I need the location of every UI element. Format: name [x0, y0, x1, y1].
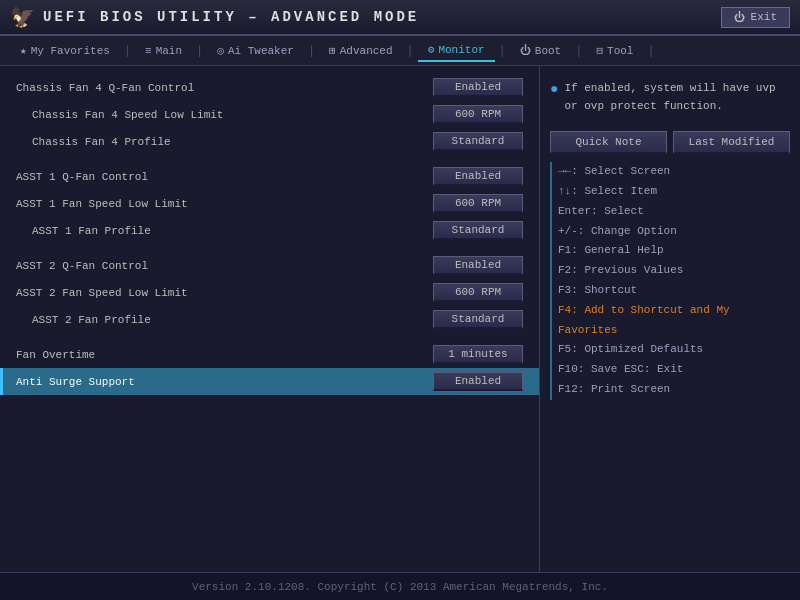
footer-text: Version 2.10.1208. Copyright (C) 2013 Am… — [192, 581, 608, 593]
chassis-fan4-profile-row[interactable]: Chassis Fan 4 Profile Standard — [0, 128, 539, 155]
hotkey-f3: F3: Shortcut — [558, 281, 790, 301]
nav-item-advanced[interactable]: ⊞ Advanced — [319, 40, 402, 61]
asst1-control-btn[interactable]: Enabled — [433, 167, 523, 186]
fan-overtime-row[interactable]: Fan Overtime 1 minutes — [0, 341, 539, 368]
info-box: ● If enabled, system will have uvp or ov… — [550, 76, 790, 119]
menu-icon: ≡ — [145, 45, 152, 57]
header: 🦅 UEFI BIOS UTILITY – ADVANCED MODE ⏻ Ex… — [0, 0, 800, 36]
info-dot-icon: ● — [550, 78, 558, 115]
anti-surge-label: Anti Surge Support — [16, 376, 433, 388]
hotkeys-list: →←: Select Screen ↑↓: Select Item Enter:… — [558, 162, 790, 400]
main-content: Chassis Fan 4 Q-Fan Control Enabled Chas… — [0, 66, 800, 572]
asst1-control-row[interactable]: ASST 1 Q-Fan Control Enabled — [0, 163, 539, 190]
asst1-speed-row[interactable]: ASST 1 Fan Speed Low Limit 600 RPM — [0, 190, 539, 217]
chassis-fan4-control-label: Chassis Fan 4 Q-Fan Control — [16, 82, 433, 94]
left-panel: Chassis Fan 4 Q-Fan Control Enabled Chas… — [0, 66, 540, 572]
boot-icon: ⏻ — [520, 44, 531, 57]
asst2-speed-row[interactable]: ASST 2 Fan Speed Low Limit 600 RPM — [0, 279, 539, 306]
asst2-profile-row[interactable]: ASST 2 Fan Profile Standard — [0, 306, 539, 333]
info-text: If enabled, system will have uvp or ovp … — [564, 80, 790, 115]
hotkey-f1: F1: General Help — [558, 241, 790, 261]
asst1-speed-btn[interactable]: 600 RPM — [433, 194, 523, 213]
quick-buttons: Quick Note Last Modified — [550, 131, 790, 154]
header-title: UEFI BIOS UTILITY – ADVANCED MODE — [43, 9, 419, 25]
hotkey-arrows: →←: Select Screen — [558, 162, 790, 182]
anti-surge-row[interactable]: Anti Surge Support Enabled — [0, 368, 539, 395]
hotkey-f5: F5: Optimized Defaults — [558, 340, 790, 360]
exit-label: Exit — [751, 11, 777, 23]
divider-2 — [0, 244, 539, 252]
divider-3 — [0, 333, 539, 341]
asst2-control-row[interactable]: ASST 2 Q-Fan Control Enabled — [0, 252, 539, 279]
fan-overtime-btn[interactable]: 1 minutes — [433, 345, 523, 364]
last-modified-button[interactable]: Last Modified — [673, 131, 790, 154]
monitor-icon: ⚙ — [428, 43, 435, 56]
chassis-fan4-speed-btn[interactable]: 600 RPM — [433, 105, 523, 124]
logo: 🦅 UEFI BIOS UTILITY – ADVANCED MODE — [10, 5, 419, 30]
chassis-fan4-speed-row[interactable]: Chassis Fan 4 Speed Low Limit 600 RPM — [0, 101, 539, 128]
nav-item-monitor[interactable]: ⚙ Monitor — [418, 39, 495, 62]
asst1-profile-label: ASST 1 Fan Profile — [16, 225, 433, 237]
logo-icon: 🦅 — [10, 5, 35, 30]
nav-item-main[interactable]: ≡ Main — [135, 41, 192, 61]
hotkey-enter: Enter: Select — [558, 202, 790, 222]
hotkey-plusminus: +/-: Change Option — [558, 222, 790, 242]
nav-bar: ★ My Favorites | ≡ Main | ◎ Ai Tweaker |… — [0, 36, 800, 66]
chassis-fan4-control-btn[interactable]: Enabled — [433, 78, 523, 97]
chassis-fan4-profile-btn[interactable]: Standard — [433, 132, 523, 151]
exit-button[interactable]: ⏻ Exit — [721, 7, 790, 28]
asst1-control-label: ASST 1 Q-Fan Control — [16, 171, 433, 183]
nav-item-tool[interactable]: ⊟ Tool — [586, 40, 643, 61]
footer: Version 2.10.1208. Copyright (C) 2013 Am… — [0, 572, 800, 600]
fan-overtime-label: Fan Overtime — [16, 349, 433, 361]
anti-surge-btn[interactable]: Enabled — [433, 372, 523, 391]
tool-icon: ⊟ — [596, 44, 603, 57]
asst1-profile-btn[interactable]: Standard — [433, 221, 523, 240]
hotkey-f10: F10: Save ESC: Exit — [558, 360, 790, 380]
hotkey-updown: ↑↓: Select Item — [558, 182, 790, 202]
chassis-fan4-control-row[interactable]: Chassis Fan 4 Q-Fan Control Enabled — [0, 74, 539, 101]
tweaker-icon: ◎ — [217, 44, 224, 57]
quick-note-button[interactable]: Quick Note — [550, 131, 667, 154]
exit-icon: ⏻ — [734, 11, 745, 24]
asst2-control-btn[interactable]: Enabled — [433, 256, 523, 275]
asst1-speed-label: ASST 1 Fan Speed Low Limit — [16, 198, 433, 210]
hotkey-f2: F2: Previous Values — [558, 261, 790, 281]
asst2-control-label: ASST 2 Q-Fan Control — [16, 260, 433, 272]
divider-1 — [0, 155, 539, 163]
nav-item-my-favorites[interactable]: ★ My Favorites — [10, 40, 120, 61]
asst2-speed-btn[interactable]: 600 RPM — [433, 283, 523, 302]
advanced-icon: ⊞ — [329, 44, 336, 57]
asst1-profile-row[interactable]: ASST 1 Fan Profile Standard — [0, 217, 539, 244]
chassis-fan4-profile-label: Chassis Fan 4 Profile — [16, 136, 433, 148]
nav-item-boot[interactable]: ⏻ Boot — [510, 40, 571, 61]
chassis-fan4-speed-label: Chassis Fan 4 Speed Low Limit — [16, 109, 433, 121]
hotkey-f4: F4: Add to Shortcut and My Favorites — [558, 301, 790, 341]
asst2-speed-label: ASST 2 Fan Speed Low Limit — [16, 287, 433, 299]
star-icon: ★ — [20, 44, 27, 57]
hotkey-f12: F12: Print Screen — [558, 380, 790, 400]
right-panel: ● If enabled, system will have uvp or ov… — [540, 66, 800, 572]
nav-item-ai-tweaker[interactable]: ◎ Ai Tweaker — [207, 40, 304, 61]
asst2-profile-btn[interactable]: Standard — [433, 310, 523, 329]
hotkey-section: →←: Select Screen ↑↓: Select Item Enter:… — [550, 162, 790, 400]
asst2-profile-label: ASST 2 Fan Profile — [16, 314, 433, 326]
